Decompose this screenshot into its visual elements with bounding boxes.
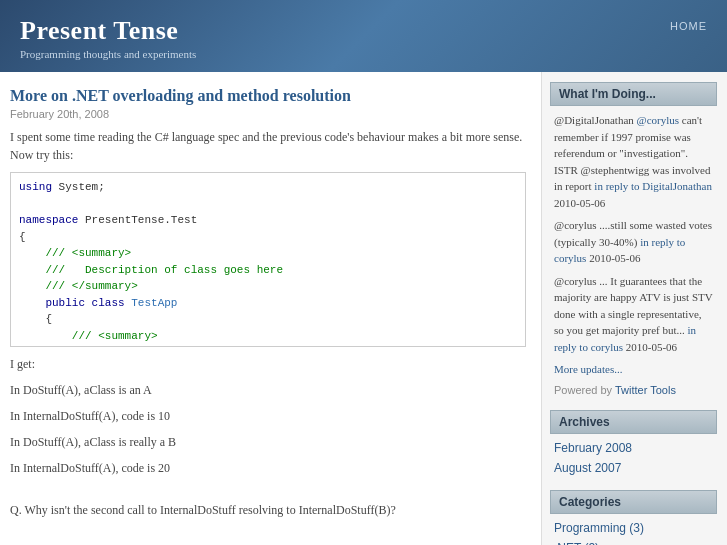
archive-feb2008[interactable]: February 2008: [554, 441, 632, 455]
widget-archives-title: Archives: [550, 410, 717, 434]
cat-net[interactable]: .NET (2): [554, 541, 599, 546]
code-content: using System; namespace PresentTense.Tes…: [11, 173, 525, 347]
post-date: February 20th, 2008: [10, 108, 526, 120]
post-item: More on .NET overloading and method reso…: [10, 87, 526, 545]
tweet-date-3: 2010-05-06: [626, 341, 677, 353]
post-body-4: In DoStuff(A), aClass is really a B: [10, 433, 526, 451]
tweet-more: More updates...: [554, 361, 713, 378]
list-item: Programming (3): [554, 520, 713, 536]
post-title: More on .NET overloading and method reso…: [10, 87, 526, 105]
twitter-content: @DigitalJonathan @corylus can't remember…: [550, 112, 717, 378]
main-nav: HOME: [670, 18, 707, 34]
nav-home[interactable]: HOME: [670, 20, 707, 32]
tweet-2: @corylus ....still some wasted votes (ty…: [554, 217, 713, 267]
tweet-date-1: 2010-05-06: [554, 197, 605, 209]
more-updates-link[interactable]: More updates...: [554, 363, 622, 375]
post-body-2: In DoStuff(A), aClass is an A: [10, 381, 526, 399]
post-question: Q. Why isn't the second call to Internal…: [10, 501, 526, 519]
widget-twitter-title: What I'm Doing...: [550, 82, 717, 106]
widget-categories: Categories Programming (3) .NET (2) Hask…: [550, 490, 717, 546]
widget-archives: Archives February 2008 August 2007: [550, 410, 717, 476]
site-title: Present Tense: [20, 16, 707, 46]
archives-list: February 2008 August 2007: [550, 440, 717, 476]
tweet-1: @DigitalJonathan @corylus can't remember…: [554, 112, 713, 211]
site-subtitle: Programming thoughts and experiments: [20, 48, 707, 60]
widget-categories-title: Categories: [550, 490, 717, 514]
post-body-5: In InternalDoStuff(A), code is 20: [10, 459, 526, 477]
list-item: August 2007: [554, 460, 713, 476]
post-intro: I spent some time reading the C# languag…: [10, 128, 526, 164]
post-body-1: I get:: [10, 355, 526, 373]
cat-programming[interactable]: Programming (3): [554, 521, 644, 535]
twitter-footer: Powered by Twitter Tools: [550, 384, 717, 396]
categories-list: Programming (3) .NET (2) Haskell (1): [550, 520, 717, 546]
archive-aug2007[interactable]: August 2007: [554, 461, 621, 475]
twitter-tools-link[interactable]: Twitter Tools: [615, 384, 676, 396]
tweet-3: @corylus ... It guarantees that the majo…: [554, 273, 713, 356]
post-title-link[interactable]: More on .NET overloading and method reso…: [10, 87, 351, 104]
post-body-3: In InternalDoStuff(A), code is 10: [10, 407, 526, 425]
code-block[interactable]: using System; namespace PresentTense.Tes…: [10, 172, 526, 347]
list-item: .NET (2): [554, 540, 713, 546]
tweet-date-2: 2010-05-06: [589, 252, 640, 264]
widget-twitter: What I'm Doing... @DigitalJonathan @cory…: [550, 82, 717, 396]
list-item: February 2008: [554, 440, 713, 456]
